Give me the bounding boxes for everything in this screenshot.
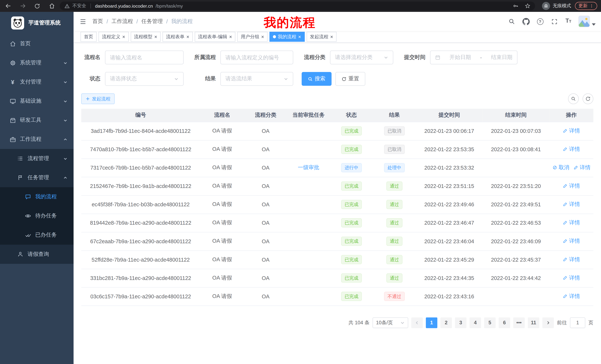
pagination-next-button[interactable]: [542, 317, 554, 328]
pagination-page-5[interactable]: 5: [484, 317, 496, 328]
sidebar-item-label: 已办任务: [35, 232, 57, 239]
detail-link[interactable]: 详情: [563, 238, 580, 245]
table-row: 331bc281-7b9a-11ec-a290-acde48001122 OA …: [81, 269, 593, 287]
close-icon[interactable]: ×: [298, 34, 301, 39]
user-menu[interactable]: [578, 16, 596, 27]
cancel-link[interactable]: 取消: [552, 164, 570, 171]
sidebar-item-infrastructure[interactable]: 基础设施: [0, 91, 74, 111]
detail-link[interactable]: 详情: [563, 256, 580, 263]
pagination-goto-input[interactable]: [570, 317, 585, 328]
col-header-result: 结果: [373, 109, 416, 122]
detail-link[interactable]: 详情: [563, 127, 580, 134]
sidebar-item-todo-task[interactable]: 待办任务: [0, 206, 74, 225]
tab-start-process[interactable]: 发起流程×: [306, 32, 337, 42]
sidebar-item-home[interactable]: 首页: [0, 34, 74, 53]
detail-link[interactable]: 详情: [573, 164, 591, 171]
tab-process-definition[interactable]: 流程定义×: [99, 32, 129, 42]
sidebar-item-leave-query[interactable]: 请假查询: [0, 245, 74, 264]
close-icon[interactable]: ×: [186, 34, 189, 39]
sidebar-item-task-management[interactable]: 任务管理: [0, 168, 74, 187]
main-area: 首页 / 工作流程 / 任务管理 / 我的流程 我的流程 ? TT: [74, 12, 601, 364]
browser-refresh-button[interactable]: [33, 2, 41, 10]
pagination-prev-button[interactable]: [411, 317, 423, 328]
col-header-name: 流程名: [200, 109, 244, 122]
cell-task: [287, 140, 330, 158]
chevron-down-icon: [174, 77, 179, 81]
result-select[interactable]: 请选流结果: [220, 72, 293, 86]
pagination-page-3[interactable]: 3: [455, 317, 467, 328]
sidebar: 芋道管理系统 首页 系统管理 ¥ 支付管理 基础设施 研发工具: [0, 12, 74, 364]
pagination-page-4[interactable]: 4: [470, 317, 481, 328]
bookmark-star-icon[interactable]: [525, 3, 531, 9]
detail-link[interactable]: 详情: [563, 201, 580, 208]
page-size-select[interactable]: 10条/页: [372, 317, 408, 328]
tab-home[interactable]: 首页: [80, 32, 97, 42]
status-select[interactable]: 请选择状态: [105, 72, 183, 86]
hamburger-icon[interactable]: [74, 12, 92, 31]
detail-link[interactable]: 详情: [563, 146, 580, 153]
sidebar-item-devtools[interactable]: 研发工具: [0, 111, 74, 130]
github-icon[interactable]: [522, 17, 530, 26]
current-task-link[interactable]: 一级审批: [298, 164, 320, 171]
font-size-icon[interactable]: TT: [564, 17, 573, 26]
reset-button[interactable]: 重置: [335, 72, 365, 86]
breadcrumb-task-management[interactable]: 任务管理: [141, 18, 163, 25]
sidebar-item-process-management[interactable]: 流程管理: [0, 149, 74, 168]
sidebar-item-done-task[interactable]: 已办任务: [0, 226, 74, 245]
close-icon[interactable]: ×: [122, 34, 125, 39]
pagination-page-6[interactable]: 6: [499, 317, 510, 328]
start-process-button[interactable]: 发起流程: [81, 94, 115, 104]
search-button[interactable]: 搜索: [302, 72, 331, 86]
sidebar-item-my-process[interactable]: 我的流程: [0, 187, 74, 206]
task-submenu: 我的流程 待办任务 已办任务: [0, 187, 74, 245]
parent-process-input[interactable]: [225, 54, 288, 60]
key-icon[interactable]: [513, 3, 519, 9]
security-label[interactable]: 不安全: [72, 3, 86, 9]
close-icon[interactable]: ×: [229, 34, 232, 39]
sidebar-item-payment[interactable]: ¥ 支付管理: [0, 72, 74, 91]
detail-link[interactable]: 详情: [563, 219, 580, 226]
sidebar-item-workflow[interactable]: 工作流程: [0, 130, 74, 149]
filter-label-submit-time: 提交时间: [397, 54, 430, 61]
tab-my-process[interactable]: 我的流程×: [270, 32, 305, 42]
help-icon[interactable]: ?: [536, 17, 544, 26]
pagination-ellipsis[interactable]: •••: [513, 317, 525, 328]
browser-home-button[interactable]: [48, 2, 56, 10]
fullscreen-icon[interactable]: [550, 17, 559, 26]
browser-update-button[interactable]: 更新: [575, 2, 597, 10]
breadcrumb-workflow[interactable]: 工作流程: [111, 18, 133, 25]
detail-link[interactable]: 详情: [563, 182, 580, 189]
tab-process-form[interactable]: 流程表单×: [162, 32, 193, 42]
browser-back-button[interactable]: [4, 2, 12, 10]
close-icon[interactable]: ×: [330, 34, 333, 39]
date-range-picker[interactable]: 开始日期 - 结束日期: [430, 50, 518, 64]
pagination-page-11[interactable]: 11: [528, 317, 539, 328]
sidebar-item-system[interactable]: 系统管理: [0, 53, 74, 72]
search-icon[interactable]: [507, 17, 516, 26]
pagination-page-1[interactable]: 1: [426, 317, 437, 328]
tab-process-form-edit[interactable]: 流程表单-编辑×: [195, 32, 235, 42]
breadcrumb-separator: /: [166, 18, 168, 25]
result-badge: 不通过: [384, 292, 405, 301]
app-logo[interactable]: 芋道管理系统: [0, 12, 74, 34]
cell-task: [287, 269, 330, 287]
tab-user-group[interactable]: 用户分组×: [237, 32, 267, 42]
detail-link[interactable]: 详情: [563, 274, 580, 281]
address-bar[interactable]: 不安全 dashboard.yudao.iocoder.cn/bpm/task/…: [60, 1, 535, 10]
show-search-toggle-button[interactable]: [568, 94, 579, 104]
category-select[interactable]: 请选择流程分类: [330, 50, 393, 64]
breadcrumb-home[interactable]: 首页: [92, 18, 103, 25]
table-row: 3ad174fb-7b9d-11ec-8404-acde48001122 OA …: [81, 122, 593, 140]
date-start-placeholder[interactable]: 开始日期: [450, 54, 471, 61]
date-end-placeholder[interactable]: 结束日期: [491, 54, 513, 61]
tab-process-model[interactable]: 流程模型×: [130, 32, 161, 42]
pagination-page-2[interactable]: 2: [440, 317, 452, 328]
result-badge: 通过: [386, 255, 402, 264]
close-icon[interactable]: ×: [154, 34, 157, 39]
browser-forward-button[interactable]: [18, 2, 27, 10]
refresh-table-button[interactable]: [583, 94, 593, 104]
active-dot: [273, 35, 276, 38]
process-name-input[interactable]: [110, 54, 179, 60]
detail-link[interactable]: 详情: [563, 293, 580, 300]
close-icon[interactable]: ×: [261, 34, 264, 39]
